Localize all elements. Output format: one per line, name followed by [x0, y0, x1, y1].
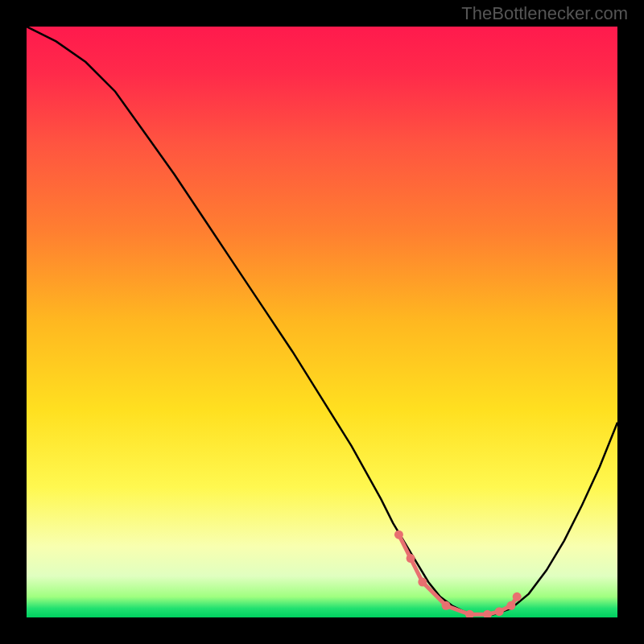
marker-dot [442, 601, 451, 610]
optimal-markers-line [398, 535, 517, 614]
bottleneck-curve [27, 27, 617, 614]
marker-dot [513, 592, 522, 601]
marker-dot [483, 610, 492, 617]
marker-dot [495, 607, 504, 616]
marker-dot [506, 601, 515, 610]
chart-overlay [27, 27, 617, 617]
marker-dot [465, 610, 474, 617]
marker-dot [407, 554, 415, 563]
marker-dot [418, 578, 427, 587]
optimal-markers [394, 530, 522, 617]
marker-dot [394, 530, 403, 539]
watermark-text: TheBottlenecker.com [461, 3, 628, 24]
chart-area [27, 27, 617, 617]
